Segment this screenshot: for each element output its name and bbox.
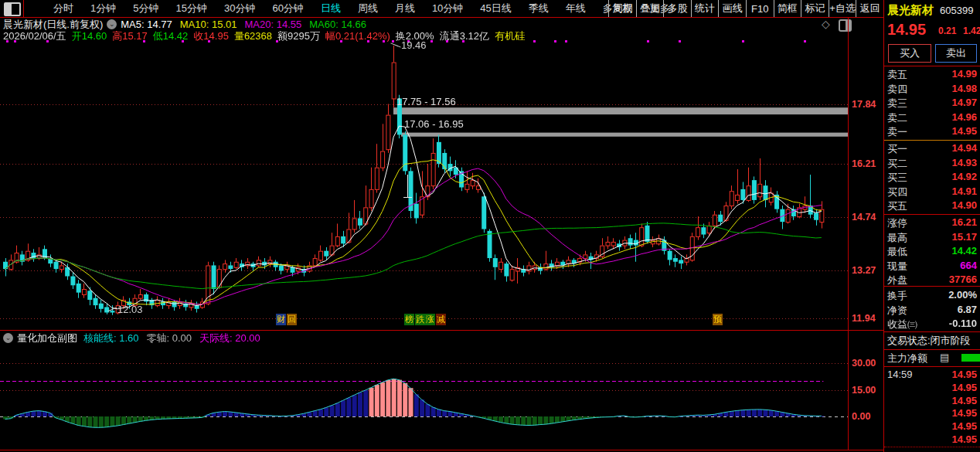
bid-row-1[interactable]: 买二14.93	[884, 157, 980, 171]
last-price: 14.95	[887, 21, 926, 39]
magenta-dot	[6, 40, 9, 42]
pane-layout-icon[interactable]	[839, 19, 852, 32]
fin-value: 2.00%	[948, 289, 977, 301]
sell-button[interactable]: 卖出	[935, 44, 977, 63]
magenta-dot	[804, 40, 806, 42]
ask-row-0[interactable]: 卖五14.99	[884, 68, 980, 82]
tool-menu-0[interactable]: 复权	[608, 0, 636, 17]
menu-item-7[interactable]: 周线	[349, 0, 386, 17]
event-marker-2-0[interactable]: 涨	[425, 314, 435, 325]
panel-divider	[884, 66, 980, 66]
ma-value-0: MA5: 14.77	[121, 19, 172, 30]
chevron-down-icon[interactable]: ⌄	[107, 19, 117, 29]
stock-name[interactable]: 晨光新材	[887, 3, 934, 18]
event-marker-0-1[interactable]: 回	[287, 314, 297, 325]
event-marker-3-0[interactable]: 预	[713, 314, 723, 325]
stat-row-2[interactable]: 最低14.42	[884, 245, 980, 259]
diamond-icon[interactable]: ◇	[822, 18, 830, 30]
tool-menu-7[interactable]: 标记	[801, 0, 829, 17]
stat-row-3[interactable]: 现量664	[884, 260, 980, 274]
menu-item-12[interactable]: 年线	[557, 0, 594, 17]
stat-row-0[interactable]: 涨停16.21	[884, 216, 980, 230]
ask-value: 14.95	[951, 125, 977, 137]
event-marker-1-1[interactable]: 跌	[415, 314, 425, 325]
menu-item-0[interactable]: 分时	[45, 0, 82, 17]
magenta-dot	[383, 40, 385, 42]
price-axis-label-1: 16.21	[852, 158, 883, 169]
info-segment-5: 量62368	[234, 29, 272, 43]
stat-row-1[interactable]: 最高15.17	[884, 231, 980, 245]
menu-item-4[interactable]: 30分钟	[216, 0, 264, 17]
stock-code: 605399	[940, 5, 973, 16]
bid-value: 14.90	[951, 199, 977, 211]
magenta-dot	[554, 40, 556, 42]
price-axis-label-0: 17.84	[852, 99, 883, 110]
info-segment-6: 额9295万	[277, 29, 320, 43]
event-marker-1-0[interactable]: 榜	[404, 314, 414, 325]
ask-row-4[interactable]: 卖一14.95	[884, 125, 980, 139]
info-segment-10: 有机硅	[495, 29, 525, 43]
main-flow-label[interactable]: 主力净额	[887, 352, 927, 365]
panel-divider	[884, 349, 980, 350]
tool-menu-3[interactable]: 统计	[691, 0, 719, 17]
magenta-dot	[533, 40, 536, 42]
bid-row-0[interactable]: 买一14.94	[884, 142, 980, 156]
menu-item-10[interactable]: 45日线	[471, 0, 519, 17]
buy-button[interactable]: 买入	[888, 44, 931, 63]
bid-row-2[interactable]: 买三14.92	[884, 171, 980, 185]
main-chart-canvas[interactable]	[0, 42, 848, 331]
split-screen-icon[interactable]	[4, 2, 21, 16]
collapse-icon[interactable]: ⌄	[3, 333, 13, 343]
stat-value: 14.42	[951, 245, 977, 257]
sub-chart-canvas[interactable]	[0, 345, 848, 450]
tick-row-5: 14.95	[884, 433, 980, 446]
tool-menu-5[interactable]: F10	[746, 0, 774, 17]
ask-row-3[interactable]: 卖二14.96	[884, 111, 980, 125]
price-axis-label-4: 11.94	[852, 313, 883, 324]
menu-item-3[interactable]: 15分钟	[167, 0, 215, 17]
menu-item-5[interactable]: 60分钟	[264, 0, 311, 17]
ma-values: MA5: 14.77MA10: 15.01MA20: 14.55MA60: 14…	[121, 19, 374, 30]
ask-row-1[interactable]: 卖四14.98	[884, 83, 980, 97]
tool-menu-4[interactable]: 画线	[718, 0, 746, 17]
fin-row-2[interactable]: 收益㈢-0.110	[884, 318, 980, 331]
tool-menu-8[interactable]: +自选	[829, 0, 856, 17]
tick-row-4: 14.95	[884, 420, 980, 433]
price-change-pct: 1.42%	[963, 25, 980, 36]
bid-value: 14.91	[951, 185, 977, 197]
menu-item-9[interactable]: 10分钟	[424, 0, 471, 17]
bid-row-4[interactable]: 买五14.90	[884, 199, 980, 213]
menu-item-8[interactable]: 月线	[386, 0, 424, 17]
tool-menu-2[interactable]: 多股	[663, 0, 691, 17]
stat-value: 37766	[949, 274, 977, 285]
menu-item-1[interactable]: 1分钟	[82, 0, 124, 17]
main-flow-bar	[961, 354, 980, 362]
tool-menu-6[interactable]: 简框	[774, 0, 801, 17]
menu-item-11[interactable]: 季线	[520, 0, 557, 17]
info-segment-2: 高15.17	[112, 29, 148, 43]
tick-price: 14.95	[951, 420, 977, 432]
trade-status: 交易状态:闭市阶段	[887, 334, 971, 348]
list-icon[interactable]: ▤	[940, 352, 949, 363]
ma-value-2: MA20: 14.55	[245, 19, 302, 30]
ohlc-info-row: 2026/02/06/五开14.60高15.17低14.42收14.95量623…	[3, 31, 530, 42]
stat-label: 最低	[887, 245, 907, 259]
fin-row-0[interactable]: 换手2.00%	[884, 289, 980, 303]
magenta-dot	[143, 40, 145, 42]
tool-menu-9[interactable]: 返回	[856, 0, 883, 17]
menu-item-6[interactable]: 日线	[312, 0, 349, 17]
ask-value: 14.96	[951, 111, 977, 123]
info-segment-4: 收14.95	[193, 29, 229, 43]
magenta-dot	[446, 40, 448, 42]
ask-row-2[interactable]: 卖三14.97	[884, 97, 980, 110]
tool-menu-1[interactable]: 叠加	[636, 0, 664, 17]
event-marker-0-0[interactable]: 财	[276, 314, 286, 325]
event-marker-2-1[interactable]: 减	[436, 314, 446, 325]
fin-row-1[interactable]: 净资6.87	[884, 304, 980, 318]
ask-value: 14.99	[951, 68, 977, 80]
magenta-dot	[340, 40, 342, 42]
menu-item-2[interactable]: 5分钟	[124, 0, 167, 17]
top-menu-bar: 分时1分钟5分钟15分钟30分钟60分钟日线周线月线10分钟45日线季线年线多周…	[0, 0, 980, 17]
bid-row-3[interactable]: 买四14.91	[884, 185, 980, 199]
resistance-label-1: 17.75 - 17.56	[396, 96, 456, 107]
